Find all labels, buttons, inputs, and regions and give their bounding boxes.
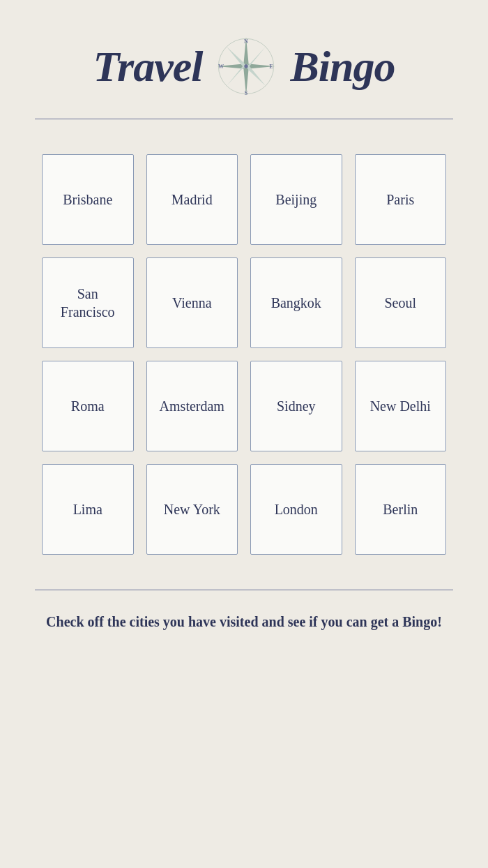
bingo-cell-label: New York [157,493,227,525]
title-bingo: Bingo [290,42,395,91]
bingo-cell[interactable]: Amsterdam [146,361,238,451]
bingo-cell-label: Seoul [377,287,423,319]
page-header: Travel N S E W Bingo [0,0,488,112]
bingo-cell-label: Berlin [376,493,425,525]
bingo-cell[interactable]: Paris [355,154,447,245]
bingo-cell-label: Bangkok [264,287,328,319]
footer-divider [35,590,453,590]
bingo-cell[interactable]: Beijing [250,154,342,245]
footer-text: Check off the cities you have visited an… [4,604,484,660]
bingo-cell-label: New Delhi [363,390,438,422]
compass-icon: N S E W [215,35,277,98]
bingo-cell[interactable]: Vienna [146,257,238,348]
bingo-cell[interactable]: New York [146,464,238,555]
bingo-cell[interactable]: Madrid [146,154,238,245]
bingo-cell[interactable]: Roma [42,361,134,451]
bingo-cell-label: Lima [66,493,109,525]
svg-point-9 [245,64,248,68]
bingo-cell[interactable]: New Delhi [355,361,447,451]
bingo-cell[interactable]: Brisbane [42,154,134,245]
bingo-cell-label: San Francisco [43,278,133,328]
bingo-cell-label: Beijing [268,184,323,216]
header-divider [35,119,453,119]
bingo-cell[interactable]: Sidney [250,361,342,451]
bingo-cell-label: Vienna [165,287,219,319]
bingo-cell-label: Paris [379,184,421,216]
title-travel: Travel [93,42,202,91]
bingo-cell[interactable]: Seoul [355,257,447,348]
svg-text:E: E [270,63,273,70]
bingo-cell-label: London [268,493,325,525]
bingo-cell[interactable]: Lima [42,464,134,555]
svg-text:S: S [245,90,248,96]
bingo-cell[interactable]: San Francisco [42,257,134,348]
bingo-cell-label: Amsterdam [153,390,231,422]
svg-text:N: N [245,38,249,45]
bingo-cell[interactable]: Berlin [355,464,447,555]
bingo-cell[interactable]: London [250,464,342,555]
bingo-grid: BrisbaneMadridBeijingParisSan FranciscoV… [0,140,488,569]
bingo-cell-label: Brisbane [56,184,119,216]
bingo-cell-label: Sidney [270,390,323,422]
bingo-cell-label: Madrid [165,184,220,216]
bingo-cell-label: Roma [64,390,112,422]
svg-text:W: W [218,63,224,70]
bingo-cell[interactable]: Bangkok [250,257,342,348]
